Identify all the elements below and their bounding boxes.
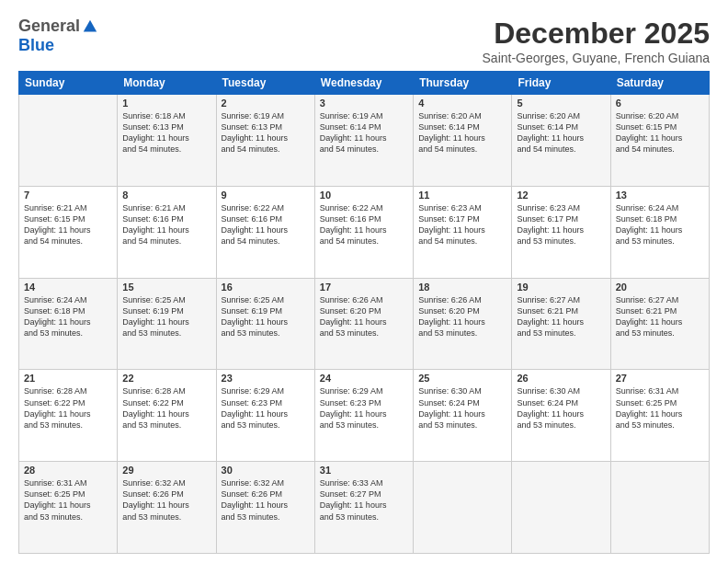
calendar-cell: 3Sunrise: 6:19 AM Sunset: 6:14 PM Daylig… [314,95,413,187]
title-block: December 2025 Saint-Georges, Guyane, Fre… [483,17,710,65]
day-number: 17 [320,282,408,293]
logo-general: General [18,17,80,36]
week-row-2: 14Sunrise: 6:24 AM Sunset: 6:18 PM Dayli… [19,278,710,370]
subtitle: Saint-Georges, Guyane, French Guiana [483,51,710,65]
header: General Blue December 2025 Saint-Georges… [18,17,710,65]
header-row: SundayMondayTuesdayWednesdayThursdayFrid… [19,72,710,95]
day-number: 9 [222,190,310,201]
day-number: 11 [418,190,506,201]
header-sunday: Sunday [19,72,118,95]
day-info: Sunrise: 6:32 AM Sunset: 6:26 PM Dayligh… [222,477,310,523]
calendar-cell [414,462,512,554]
calendar-cell: 27Sunrise: 6:31 AM Sunset: 6:25 PM Dayli… [610,370,709,462]
calendar-cell: 2Sunrise: 6:19 AM Sunset: 6:13 PM Daylig… [216,95,314,187]
header-friday: Friday [512,72,610,95]
day-info: Sunrise: 6:19 AM Sunset: 6:13 PM Dayligh… [222,110,310,155]
calendar-cell: 17Sunrise: 6:26 AM Sunset: 6:20 PM Dayli… [314,278,413,370]
header-tuesday: Tuesday [216,72,314,95]
month-title: December 2025 [483,17,710,51]
logo-icon [82,18,98,35]
week-row-0: 1Sunrise: 6:18 AM Sunset: 6:13 PM Daylig… [19,95,710,187]
calendar-cell: 23Sunrise: 6:29 AM Sunset: 6:23 PM Dayli… [216,370,314,462]
day-info: Sunrise: 6:27 AM Sunset: 6:21 PM Dayligh… [517,294,605,339]
day-info: Sunrise: 6:27 AM Sunset: 6:21 PM Dayligh… [616,294,704,339]
page: General Blue December 2025 Saint-Georges… [0,0,728,563]
day-number: 14 [24,282,112,293]
day-number: 8 [122,190,210,201]
day-number: 28 [24,465,112,476]
calendar-cell: 26Sunrise: 6:30 AM Sunset: 6:24 PM Dayli… [512,370,610,462]
day-info: Sunrise: 6:32 AM Sunset: 6:26 PM Dayligh… [122,477,210,523]
day-info: Sunrise: 6:25 AM Sunset: 6:19 PM Dayligh… [222,294,310,339]
day-number: 22 [122,373,210,384]
logo-blue: Blue [18,36,54,54]
day-info: Sunrise: 6:29 AM Sunset: 6:23 PM Dayligh… [222,385,310,431]
header-monday: Monday [118,72,216,95]
day-number: 2 [222,98,310,109]
day-number: 31 [320,465,408,476]
day-number: 25 [418,373,506,384]
day-number: 19 [517,282,605,293]
calendar-cell: 29Sunrise: 6:32 AM Sunset: 6:26 PM Dayli… [118,462,216,554]
day-number: 21 [24,373,112,384]
day-info: Sunrise: 6:18 AM Sunset: 6:13 PM Dayligh… [122,110,210,155]
calendar-cell: 15Sunrise: 6:25 AM Sunset: 6:19 PM Dayli… [118,278,216,370]
header-wednesday: Wednesday [314,72,413,95]
calendar-cell: 9Sunrise: 6:22 AM Sunset: 6:16 PM Daylig… [216,186,314,278]
week-row-4: 28Sunrise: 6:31 AM Sunset: 6:25 PM Dayli… [19,462,710,554]
day-number: 23 [222,373,310,384]
day-info: Sunrise: 6:21 AM Sunset: 6:15 PM Dayligh… [24,202,112,247]
day-number: 5 [517,98,605,109]
week-row-1: 7Sunrise: 6:21 AM Sunset: 6:15 PM Daylig… [19,186,710,278]
day-number: 7 [24,190,112,201]
day-info: Sunrise: 6:28 AM Sunset: 6:22 PM Dayligh… [24,385,112,431]
calendar-cell: 12Sunrise: 6:23 AM Sunset: 6:17 PM Dayli… [512,186,610,278]
day-info: Sunrise: 6:28 AM Sunset: 6:22 PM Dayligh… [122,385,210,431]
calendar-cell: 28Sunrise: 6:31 AM Sunset: 6:25 PM Dayli… [19,462,118,554]
day-number: 1 [122,98,210,109]
calendar-cell: 5Sunrise: 6:20 AM Sunset: 6:14 PM Daylig… [512,95,610,187]
day-info: Sunrise: 6:24 AM Sunset: 6:18 PM Dayligh… [616,202,704,247]
svg-marker-0 [84,19,97,31]
day-number: 29 [122,465,210,476]
header-saturday: Saturday [610,72,709,95]
day-info: Sunrise: 6:25 AM Sunset: 6:19 PM Dayligh… [122,294,210,339]
calendar-table: SundayMondayTuesdayWednesdayThursdayFrid… [18,71,710,554]
calendar-cell [19,95,118,187]
calendar-cell: 13Sunrise: 6:24 AM Sunset: 6:18 PM Dayli… [610,186,709,278]
calendar-cell: 21Sunrise: 6:28 AM Sunset: 6:22 PM Dayli… [19,370,118,462]
day-info: Sunrise: 6:22 AM Sunset: 6:16 PM Dayligh… [320,202,408,247]
day-info: Sunrise: 6:26 AM Sunset: 6:20 PM Dayligh… [320,294,408,339]
calendar-cell: 8Sunrise: 6:21 AM Sunset: 6:16 PM Daylig… [118,186,216,278]
calendar-cell: 14Sunrise: 6:24 AM Sunset: 6:18 PM Dayli… [19,278,118,370]
calendar-cell: 22Sunrise: 6:28 AM Sunset: 6:22 PM Dayli… [118,370,216,462]
day-info: Sunrise: 6:31 AM Sunset: 6:25 PM Dayligh… [24,477,112,523]
calendar-cell: 4Sunrise: 6:20 AM Sunset: 6:14 PM Daylig… [414,95,512,187]
day-info: Sunrise: 6:23 AM Sunset: 6:17 PM Dayligh… [517,202,605,247]
calendar-cell: 7Sunrise: 6:21 AM Sunset: 6:15 PM Daylig… [19,186,118,278]
day-info: Sunrise: 6:30 AM Sunset: 6:24 PM Dayligh… [517,385,605,431]
calendar-cell [512,462,610,554]
day-number: 12 [517,190,605,201]
day-number: 26 [517,373,605,384]
day-info: Sunrise: 6:29 AM Sunset: 6:23 PM Dayligh… [320,385,408,431]
day-number: 18 [418,282,506,293]
week-row-3: 21Sunrise: 6:28 AM Sunset: 6:22 PM Dayli… [19,370,710,462]
calendar-cell: 6Sunrise: 6:20 AM Sunset: 6:15 PM Daylig… [610,95,709,187]
day-info: Sunrise: 6:30 AM Sunset: 6:24 PM Dayligh… [418,385,506,431]
calendar-cell: 25Sunrise: 6:30 AM Sunset: 6:24 PM Dayli… [414,370,512,462]
day-number: 27 [616,373,704,384]
calendar-cell: 1Sunrise: 6:18 AM Sunset: 6:13 PM Daylig… [118,95,216,187]
calendar-cell: 16Sunrise: 6:25 AM Sunset: 6:19 PM Dayli… [216,278,314,370]
calendar-cell: 11Sunrise: 6:23 AM Sunset: 6:17 PM Dayli… [414,186,512,278]
calendar-cell [610,462,709,554]
day-info: Sunrise: 6:20 AM Sunset: 6:14 PM Dayligh… [517,110,605,155]
day-info: Sunrise: 6:31 AM Sunset: 6:25 PM Dayligh… [616,385,704,431]
day-info: Sunrise: 6:24 AM Sunset: 6:18 PM Dayligh… [24,294,112,339]
day-info: Sunrise: 6:33 AM Sunset: 6:27 PM Dayligh… [320,477,408,523]
day-number: 24 [320,373,408,384]
day-info: Sunrise: 6:19 AM Sunset: 6:14 PM Dayligh… [320,110,408,155]
day-number: 10 [320,190,408,201]
calendar-cell: 18Sunrise: 6:26 AM Sunset: 6:20 PM Dayli… [414,278,512,370]
logo: General Blue [18,17,98,55]
